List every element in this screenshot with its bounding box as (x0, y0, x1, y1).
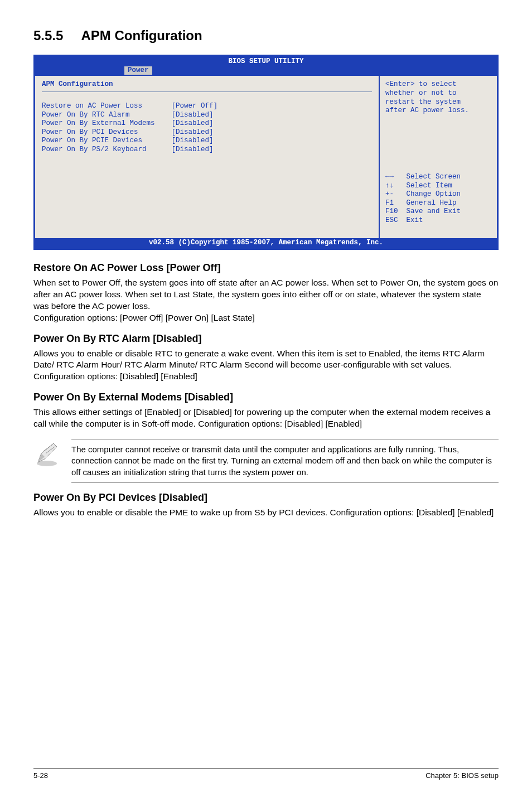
section-title: APM Configuration (81, 28, 202, 43)
pencil-icon (33, 439, 60, 470)
content-section: Power On By PCI Devices [Disabled] Allow… (33, 492, 499, 519)
subsection-body: When set to Power Off, the system goes i… (33, 277, 499, 324)
bios-nav-key: F1 (385, 199, 394, 207)
section-number: 5.5.5 (33, 28, 63, 44)
bios-setting-value: [Disabled] (172, 128, 214, 137)
bios-nav-key: F10 (385, 207, 398, 215)
subsection-heading: Power On By PCI Devices [Disabled] (33, 492, 499, 504)
bios-setting-value: [Disabled] (172, 111, 214, 120)
bios-setting-label: Power On By PCIE Devices (42, 137, 142, 144)
bios-nav-label: Change Option (407, 190, 461, 198)
bios-footer: v02.58 (C)Copyright 1985-2007, American … (35, 238, 497, 248)
page-number: 5-28 (33, 771, 48, 780)
bios-setting-value: [Disabled] (172, 137, 214, 146)
section-heading: 5.5.5APM Configuration (33, 28, 499, 44)
bios-setting-row: Restore on AC Power Loss [Power Off] (42, 102, 372, 111)
bios-setting-row: Power On By RTC Alarm [Disabled] (42, 111, 372, 120)
bios-nav-label: Save and Exit (407, 207, 461, 215)
bios-nav-key: +- (385, 190, 394, 198)
bios-nav-label: Select Screen (407, 173, 461, 181)
content-section: Power On By External Modems [Disabled] T… (33, 392, 499, 430)
bios-panel-title: APM Configuration (42, 80, 372, 89)
bios-left-panel: APM Configuration Restore on AC Power Lo… (35, 76, 380, 238)
chapter-label: Chapter 5: BIOS setup (425, 771, 499, 780)
bios-setting-row: Power On By PCIE Devices [Disabled] (42, 137, 372, 146)
subsection-body: Allows you to enable or disable RTC to g… (33, 348, 499, 383)
bios-setting-label: Restore on AC Power Loss (42, 102, 142, 110)
bios-settings-list: Restore on AC Power Loss [Power Off] Pow… (42, 102, 372, 154)
note-callout: The computer cannot receive or transmit … (33, 439, 499, 483)
bios-setting-value: [Power Off] (172, 102, 218, 111)
bios-setting-label: Power On By External Modems (42, 119, 155, 127)
bios-nav-label: Exit (407, 216, 423, 224)
subsection-heading: Power On By External Modems [Disabled] (33, 392, 499, 403)
bios-nav-key: ←→ (385, 173, 394, 181)
bios-divider (42, 91, 372, 92)
bios-setting-value: [Disabled] (172, 119, 214, 128)
bios-setting-row: Power On By PS/2 Keyboard [Disabled] (42, 146, 372, 154)
bios-body: APM Configuration Restore on AC Power Lo… (35, 75, 497, 238)
bios-setting-value: [Disabled] (172, 146, 214, 154)
bios-setting-row: Power On By PCI Devices [Disabled] (42, 128, 372, 137)
bios-screenshot: BIOS SETUP UTILITY Power APM Configurati… (33, 55, 499, 250)
bios-setting-label: Power On By RTC Alarm (42, 111, 130, 119)
content-section: Power On By RTC Alarm [Disabled] Allows … (33, 333, 499, 383)
subsection-heading: Power On By RTC Alarm [Disabled] (33, 333, 499, 345)
bios-right-panel: <Enter> to select whether or not to rest… (380, 76, 497, 238)
bios-tab-power: Power (124, 66, 152, 75)
bios-help-text: <Enter> to select whether or not to rest… (385, 80, 491, 164)
note-text: The computer cannot receive or transmit … (71, 439, 499, 483)
bios-setting-label: Power On By PCI Devices (42, 128, 138, 136)
content-section: Restore On AC Power Loss [Power Off] Whe… (33, 262, 499, 324)
bios-title: BIOS SETUP UTILITY (35, 56, 497, 66)
subsection-body: Allows you to enable or disable the PME … (33, 507, 499, 519)
bios-nav-label: Select Item (407, 182, 453, 190)
bios-nav-key: ↑↓ (385, 182, 394, 190)
bios-nav-block: ←→ Select Screen ↑↓ Select Item +- Chang… (385, 164, 491, 234)
bios-setting-label: Power On By PS/2 Keyboard (42, 146, 147, 153)
subsection-body: This allows either settings of [Enabled]… (33, 407, 499, 430)
bios-nav-key: ESC (385, 216, 398, 224)
page-footer: 5-28 Chapter 5: BIOS setup (33, 769, 499, 780)
subsection-heading: Restore On AC Power Loss [Power Off] (33, 262, 499, 274)
bios-nav-label: General Help (407, 199, 457, 207)
bios-setting-row: Power On By External Modems [Disabled] (42, 119, 372, 128)
bios-tab-row: Power (35, 66, 497, 75)
